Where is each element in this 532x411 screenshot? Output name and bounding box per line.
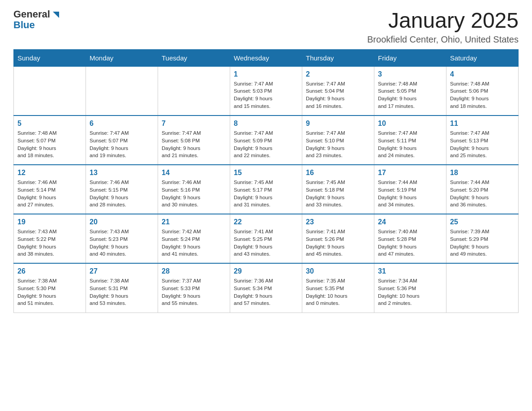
col-thursday: Thursday — [302, 49, 374, 66]
table-row: 8Sunrise: 7:47 AM Sunset: 5:09 PM Daylig… — [230, 116, 302, 165]
table-row: 17Sunrise: 7:44 AM Sunset: 5:19 PM Dayli… — [374, 165, 446, 214]
day-number: 9 — [306, 120, 370, 128]
calendar-week-row: 12Sunrise: 7:46 AM Sunset: 5:14 PM Dayli… — [14, 165, 519, 214]
calendar-week-row: 19Sunrise: 7:43 AM Sunset: 5:22 PM Dayli… — [14, 214, 519, 263]
day-info: Sunrise: 7:41 AM Sunset: 5:25 PM Dayligh… — [234, 228, 298, 258]
svg-marker-0 — [53, 12, 59, 18]
day-number: 12 — [17, 169, 82, 177]
table-row: 6Sunrise: 7:47 AM Sunset: 5:07 PM Daylig… — [86, 116, 158, 165]
table-row: 30Sunrise: 7:35 AM Sunset: 5:35 PM Dayli… — [302, 263, 374, 313]
table-row: 27Sunrise: 7:38 AM Sunset: 5:31 PM Dayli… — [86, 263, 158, 313]
day-info: Sunrise: 7:47 AM Sunset: 5:07 PM Dayligh… — [90, 129, 154, 159]
calendar-header-row: Sunday Monday Tuesday Wednesday Thursday… — [14, 49, 519, 66]
day-info: Sunrise: 7:47 AM Sunset: 5:11 PM Dayligh… — [378, 129, 442, 159]
table-row: 20Sunrise: 7:43 AM Sunset: 5:23 PM Dayli… — [86, 214, 158, 263]
day-info: Sunrise: 7:43 AM Sunset: 5:22 PM Dayligh… — [17, 228, 82, 258]
day-number: 11 — [450, 120, 515, 128]
logo-triangle-icon — [51, 10, 61, 20]
table-row: 21Sunrise: 7:42 AM Sunset: 5:24 PM Dayli… — [158, 214, 230, 263]
day-number: 18 — [450, 169, 515, 177]
day-number: 19 — [17, 218, 82, 226]
day-info: Sunrise: 7:48 AM Sunset: 5:05 PM Dayligh… — [378, 80, 442, 110]
day-info: Sunrise: 7:47 AM Sunset: 5:10 PM Dayligh… — [306, 129, 370, 159]
day-number: 30 — [306, 267, 370, 275]
day-info: Sunrise: 7:48 AM Sunset: 5:06 PM Dayligh… — [450, 80, 515, 110]
table-row: 1Sunrise: 7:47 AM Sunset: 5:03 PM Daylig… — [230, 66, 302, 116]
day-number: 14 — [162, 169, 226, 177]
title-section: January 2025 Brookfield Center, Ohio, Un… — [367, 9, 519, 45]
table-row: 24Sunrise: 7:40 AM Sunset: 5:28 PM Dayli… — [374, 214, 446, 263]
day-number: 4 — [450, 70, 515, 78]
day-number: 24 — [378, 218, 442, 226]
table-row: 9Sunrise: 7:47 AM Sunset: 5:10 PM Daylig… — [302, 116, 374, 165]
day-info: Sunrise: 7:44 AM Sunset: 5:19 PM Dayligh… — [378, 179, 442, 209]
day-info: Sunrise: 7:43 AM Sunset: 5:23 PM Dayligh… — [90, 228, 154, 258]
day-number: 17 — [378, 169, 442, 177]
day-info: Sunrise: 7:44 AM Sunset: 5:20 PM Dayligh… — [450, 179, 515, 209]
col-saturday: Saturday — [446, 49, 519, 66]
table-row: 12Sunrise: 7:46 AM Sunset: 5:14 PM Dayli… — [14, 165, 86, 214]
table-row: 28Sunrise: 7:37 AM Sunset: 5:33 PM Dayli… — [158, 263, 230, 313]
col-sunday: Sunday — [14, 49, 86, 66]
logo-blue-text: Blue — [13, 19, 35, 30]
day-info: Sunrise: 7:37 AM Sunset: 5:33 PM Dayligh… — [162, 277, 226, 307]
day-info: Sunrise: 7:39 AM Sunset: 5:29 PM Dayligh… — [450, 228, 515, 258]
table-row: 31Sunrise: 7:34 AM Sunset: 5:36 PM Dayli… — [374, 263, 446, 313]
day-info: Sunrise: 7:47 AM Sunset: 5:09 PM Dayligh… — [234, 129, 298, 159]
table-row: 23Sunrise: 7:41 AM Sunset: 5:26 PM Dayli… — [302, 214, 374, 263]
day-info: Sunrise: 7:38 AM Sunset: 5:30 PM Dayligh… — [17, 277, 82, 307]
page-header: General Blue January 2025 Brookfield Cen… — [13, 9, 519, 45]
table-row: 5Sunrise: 7:48 AM Sunset: 5:07 PM Daylig… — [14, 116, 86, 165]
day-number: 1 — [234, 70, 298, 78]
table-row: 15Sunrise: 7:45 AM Sunset: 5:17 PM Dayli… — [230, 165, 302, 214]
day-number: 21 — [162, 218, 226, 226]
table-row: 14Sunrise: 7:46 AM Sunset: 5:16 PM Dayli… — [158, 165, 230, 214]
day-info: Sunrise: 7:42 AM Sunset: 5:24 PM Dayligh… — [162, 228, 226, 258]
day-info: Sunrise: 7:35 AM Sunset: 5:35 PM Dayligh… — [306, 277, 370, 307]
day-number: 22 — [234, 218, 298, 226]
day-info: Sunrise: 7:47 AM Sunset: 5:08 PM Dayligh… — [162, 129, 226, 159]
day-info: Sunrise: 7:47 AM Sunset: 5:03 PM Dayligh… — [234, 80, 298, 110]
table-row: 29Sunrise: 7:36 AM Sunset: 5:34 PM Dayli… — [230, 263, 302, 313]
col-friday: Friday — [374, 49, 446, 66]
day-number: 7 — [162, 120, 226, 128]
logo-general-text: General — [13, 9, 50, 20]
calendar-table: Sunday Monday Tuesday Wednesday Thursday… — [13, 49, 519, 313]
table-row — [14, 66, 86, 116]
day-info: Sunrise: 7:46 AM Sunset: 5:14 PM Dayligh… — [17, 179, 82, 209]
col-wednesday: Wednesday — [230, 49, 302, 66]
col-tuesday: Tuesday — [158, 49, 230, 66]
day-number: 13 — [90, 169, 154, 177]
day-info: Sunrise: 7:45 AM Sunset: 5:18 PM Dayligh… — [306, 179, 370, 209]
table-row: 16Sunrise: 7:45 AM Sunset: 5:18 PM Dayli… — [302, 165, 374, 214]
calendar-week-row: 5Sunrise: 7:48 AM Sunset: 5:07 PM Daylig… — [14, 116, 519, 165]
calendar-week-row: 26Sunrise: 7:38 AM Sunset: 5:30 PM Dayli… — [14, 263, 519, 313]
table-row: 2Sunrise: 7:47 AM Sunset: 5:04 PM Daylig… — [302, 66, 374, 116]
table-row: 18Sunrise: 7:44 AM Sunset: 5:20 PM Dayli… — [446, 165, 519, 214]
col-monday: Monday — [86, 49, 158, 66]
logo: General Blue — [13, 9, 61, 30]
day-number: 20 — [90, 218, 154, 226]
table-row: 10Sunrise: 7:47 AM Sunset: 5:11 PM Dayli… — [374, 116, 446, 165]
day-number: 3 — [378, 70, 442, 78]
table-row: 11Sunrise: 7:47 AM Sunset: 5:13 PM Dayli… — [446, 116, 519, 165]
day-number: 28 — [162, 267, 226, 275]
day-info: Sunrise: 7:34 AM Sunset: 5:36 PM Dayligh… — [378, 277, 442, 307]
day-number: 5 — [17, 120, 82, 128]
day-info: Sunrise: 7:47 AM Sunset: 5:04 PM Dayligh… — [306, 80, 370, 110]
location-subtitle: Brookfield Center, Ohio, United States — [367, 34, 519, 45]
day-info: Sunrise: 7:48 AM Sunset: 5:07 PM Dayligh… — [17, 129, 82, 159]
day-number: 8 — [234, 120, 298, 128]
day-info: Sunrise: 7:38 AM Sunset: 5:31 PM Dayligh… — [90, 277, 154, 307]
table-row: 19Sunrise: 7:43 AM Sunset: 5:22 PM Dayli… — [14, 214, 86, 263]
day-info: Sunrise: 7:41 AM Sunset: 5:26 PM Dayligh… — [306, 228, 370, 258]
table-row: 26Sunrise: 7:38 AM Sunset: 5:30 PM Dayli… — [14, 263, 86, 313]
table-row: 3Sunrise: 7:48 AM Sunset: 5:05 PM Daylig… — [374, 66, 446, 116]
day-info: Sunrise: 7:45 AM Sunset: 5:17 PM Dayligh… — [234, 179, 298, 209]
day-info: Sunrise: 7:40 AM Sunset: 5:28 PM Dayligh… — [378, 228, 442, 258]
day-number: 26 — [17, 267, 82, 275]
table-row — [86, 66, 158, 116]
day-number: 27 — [90, 267, 154, 275]
day-number: 15 — [234, 169, 298, 177]
month-title: January 2025 — [367, 9, 519, 33]
